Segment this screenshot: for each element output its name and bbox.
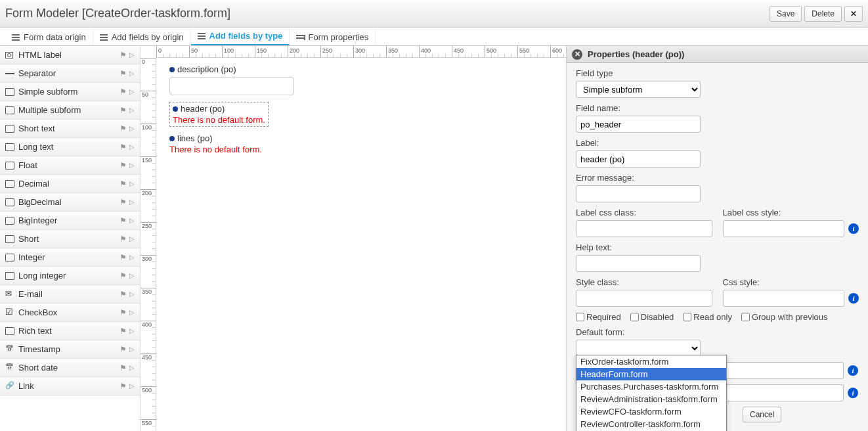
help-text-label: Help text: — [576, 242, 859, 252]
palette-label: Simple subform — [18, 87, 77, 97]
error-message-input[interactable] — [576, 185, 701, 202]
horizontal-ruler: 050100150200250300350400450500550600 — [156, 46, 566, 58]
chevron-right-icon: ▷ — [129, 51, 135, 58]
tab-form-data-origin[interactable]: Form data origin — [5, 29, 93, 45]
dropdown-option[interactable]: ReviewCFO-taskform.form — [576, 405, 726, 418]
palette-item-float[interactable]: Float⚑▷ — [0, 156, 140, 175]
tab-add-fields-by-origin[interactable]: Add fields by origin — [93, 29, 191, 45]
box-icon — [5, 143, 14, 151]
required-checkbox[interactable] — [576, 313, 584, 321]
tab-form-properties[interactable]: Form properties — [290, 29, 376, 45]
dropdown-option[interactable]: Purchases.Purchases-taskform.form — [576, 380, 726, 393]
disabled-checkbox[interactable] — [630, 313, 639, 321]
error-text: There is no default form. — [169, 145, 553, 154]
palette-item-link[interactable]: Link⚑▷ — [0, 377, 140, 396]
dropdown-option[interactable]: ReviewController-taskform.form — [576, 418, 726, 430]
field-label: lines (po) — [169, 133, 553, 143]
palette-item-integer[interactable]: Integer⚑▷ — [0, 248, 140, 267]
group-prev-checkbox-label[interactable]: Group with previous — [741, 312, 828, 322]
readonly-checkbox-label[interactable]: Read only — [683, 312, 732, 322]
palette-item-multiple-subform[interactable]: Multiple subform⚑▷ — [0, 101, 140, 120]
chevron-right-icon: ▷ — [129, 88, 135, 95]
error-message-label: Error message: — [576, 173, 859, 183]
label-css-style-input[interactable] — [723, 220, 845, 237]
group-prev-checkbox[interactable] — [741, 313, 750, 321]
style-class-input[interactable] — [576, 290, 712, 307]
box-icon — [5, 235, 14, 243]
field-label: header (po) — [173, 104, 265, 114]
label-css-class-label: Label css class: — [576, 208, 712, 217]
palette-label: BigDecimal — [18, 197, 62, 207]
close-button[interactable]: ✕ — [844, 6, 863, 22]
info-icon[interactable]: i — [848, 365, 858, 376]
dropdown-option[interactable]: HeaderForm.form — [576, 368, 726, 380]
tag-icon — [5, 51, 14, 59]
chevron-right-icon: ▷ — [129, 272, 135, 279]
form-field-0[interactable]: description (po) — [169, 64, 553, 95]
canvas-area: 050100150200250300350400450500550600 050… — [141, 46, 566, 431]
readonly-checkbox[interactable] — [683, 313, 691, 321]
palette-item-short[interactable]: Short⚑▷ — [0, 230, 140, 248]
palette-item-bigdecimal[interactable]: BigDecimal⚑▷ — [0, 193, 140, 212]
palette-item-timestamp[interactable]: Timestamp⚑▷ — [0, 340, 140, 359]
form-field-2[interactable]: lines (po)There is no default form. — [169, 133, 553, 154]
box-icon — [5, 327, 14, 335]
palette-item-html-label[interactable]: HTML label⚑▷ — [0, 46, 140, 64]
form-field-1[interactable]: header (po)There is no default form. — [169, 102, 269, 127]
flag-icon: ⚑ — [119, 253, 127, 262]
default-form-label: Default form: — [576, 327, 859, 337]
close-panel-icon[interactable]: ✕ — [572, 49, 582, 60]
palette-item-decimal[interactable]: Decimal⚑▷ — [0, 175, 140, 193]
palette-label: Short text — [18, 124, 55, 133]
dropdown-option[interactable]: ReviewAdministration-taskform.form — [576, 393, 726, 405]
chevron-right-icon: ▷ — [129, 180, 135, 187]
css-style-input[interactable] — [723, 290, 845, 307]
dot-icon — [173, 106, 178, 112]
box-icon — [5, 88, 14, 96]
palette-item-checkbox[interactable]: CheckBox⚑▷ — [0, 304, 140, 322]
date-icon — [5, 346, 14, 353]
palette-item-long-text[interactable]: Long text⚑▷ — [0, 138, 140, 156]
field-name-input[interactable] — [576, 116, 701, 133]
palette-item-biginteger[interactable]: BigInteger⚑▷ — [0, 212, 140, 230]
palette-item-simple-subform[interactable]: Simple subform⚑▷ — [0, 83, 140, 101]
info-icon[interactable]: i — [848, 388, 858, 398]
palette-item-short-text[interactable]: Short text⚑▷ — [0, 120, 140, 138]
flag-icon: ⚑ — [119, 271, 127, 281]
cancel-button[interactable]: Cancel — [743, 407, 781, 422]
default-form-dropdown[interactable]: FixOrder-taskform.formHeaderForm.formPur… — [576, 355, 727, 431]
error-text: There is no default form. — [173, 115, 265, 125]
palette-item-separator[interactable]: Separator⚑▷ — [0, 64, 140, 83]
dropdown-option[interactable]: FixOrder-taskform.form — [576, 355, 726, 368]
form-canvas[interactable]: description (po)header (po)There is no d… — [156, 58, 566, 431]
field-type-select[interactable]: Simple subform — [576, 81, 701, 98]
palette-item-long-integer[interactable]: Long integer⚑▷ — [0, 267, 140, 285]
disabled-checkbox-label[interactable]: Disabled — [630, 312, 674, 322]
palette-label: BigInteger — [18, 216, 57, 225]
flag-icon: ⚑ — [119, 106, 127, 115]
box-icon — [5, 180, 14, 188]
tab-label: Form properties — [308, 32, 368, 42]
chevron-right-icon: ▷ — [129, 217, 135, 224]
chevron-right-icon: ▷ — [129, 309, 135, 316]
label-css-class-input[interactable] — [576, 220, 712, 237]
required-checkbox-label[interactable]: Required — [576, 312, 621, 322]
titlebar: Form Modeler [CreateOrder-taskform.form]… — [0, 0, 868, 28]
box-icon — [5, 198, 14, 206]
delete-button[interactable]: Delete — [804, 6, 842, 22]
text-input[interactable] — [169, 77, 294, 95]
palette-item-e-mail[interactable]: E-mail⚑▷ — [0, 285, 140, 304]
info-icon[interactable]: i — [848, 223, 859, 234]
tab-add-fields-by-type[interactable]: Add fields by type — [191, 28, 290, 45]
info-icon[interactable]: i — [848, 293, 859, 304]
save-button[interactable]: Save — [770, 6, 802, 22]
layers-icon — [198, 32, 207, 40]
properties-icon — [296, 34, 305, 41]
palette-item-short-date[interactable]: Short date⚑▷ — [0, 359, 140, 377]
flag-icon: ⚑ — [119, 69, 127, 78]
flag-icon: ⚑ — [119, 363, 127, 373]
flag-icon: ⚑ — [119, 161, 127, 170]
label-input[interactable] — [576, 150, 701, 168]
help-text-input[interactable] — [576, 255, 701, 272]
palette-item-rich-text[interactable]: Rich text⚑▷ — [0, 322, 140, 340]
